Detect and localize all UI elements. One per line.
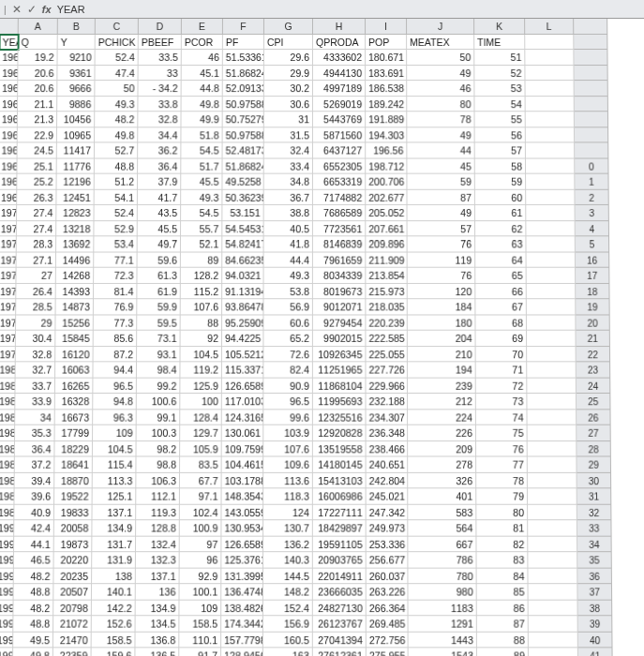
data-cell[interactable]: 62 <box>475 221 526 237</box>
row-header[interactable]: 27 <box>577 425 611 441</box>
row-header[interactable]: 36 <box>577 568 612 584</box>
data-cell[interactable]: 210 <box>408 347 476 363</box>
data-cell[interactable]: 184 <box>408 299 476 315</box>
data-cell[interactable]: 152.4 <box>263 600 313 616</box>
row-header[interactable]: 16 <box>576 252 609 268</box>
data-cell[interactable]: 120 <box>408 283 476 299</box>
data-cell[interactable]: 4944130 <box>313 66 366 82</box>
data-cell[interactable]: 232.188 <box>367 394 409 410</box>
col-header-B[interactable]: B <box>58 19 96 35</box>
col-header-A[interactable]: A <box>19 19 58 35</box>
data-cell[interactable]: 4333602 <box>313 50 366 66</box>
data-cell[interactable]: 60.6 <box>263 315 312 331</box>
data-cell[interactable]: 109 <box>179 600 221 616</box>
data-cell[interactable]: 113.6 <box>263 472 313 488</box>
data-cell[interactable]: 1974 <box>0 268 17 284</box>
data-cell[interactable]: 128.8 <box>136 520 180 536</box>
data-cell[interactable]: 85 <box>477 584 529 600</box>
row-header[interactable]: 22 <box>577 347 610 363</box>
data-cell[interactable]: 32.8 <box>16 347 56 363</box>
data-cell[interactable]: 97 <box>180 536 222 552</box>
data-cell[interactable]: 132.3 <box>136 552 180 568</box>
row-header[interactable]: 32 <box>577 504 612 520</box>
data-cell[interactable]: 42.4 <box>14 520 54 536</box>
data-cell[interactable]: 131.9 <box>92 552 136 568</box>
data-cell[interactable]: 126.6589 <box>221 536 263 552</box>
data-cell[interactable]: 174.3442 <box>221 616 263 632</box>
data-cell[interactable]: 14496 <box>56 252 94 268</box>
data-cell[interactable]: 22359 <box>53 648 92 656</box>
row-header-1[interactable] <box>574 19 607 35</box>
data-cell[interactable]: 117.0103 <box>222 394 264 410</box>
data-cell[interactable]: 97.1 <box>180 488 222 504</box>
data-cell[interactable]: 103.9 <box>263 425 313 441</box>
data-cell[interactable]: 1983 <box>0 410 15 425</box>
data-cell[interactable]: 18429897 <box>313 520 367 536</box>
row-header[interactable]: 29 <box>577 456 611 472</box>
row-header[interactable]: 21 <box>576 331 609 347</box>
data-cell[interactable]: 51.2 <box>95 174 138 190</box>
data-cell[interactable]: 49.3 <box>181 189 222 205</box>
data-cell[interactable]: 272.756 <box>367 632 409 648</box>
data-cell[interactable]: 213.854 <box>366 268 407 284</box>
data-cell[interactable]: 29.6 <box>264 50 313 66</box>
data-cell[interactable]: 93.1 <box>137 347 181 363</box>
data-cell[interactable]: 780 <box>408 568 476 584</box>
col-header-I[interactable]: I <box>366 19 407 35</box>
data-cell[interactable]: 218.035 <box>366 299 407 315</box>
col-header-H[interactable]: H <box>313 19 366 35</box>
data-cell[interactable]: 31 <box>264 112 313 127</box>
data-cell[interactable]: 92 <box>181 331 222 347</box>
data-cell[interactable]: 100 <box>180 394 222 410</box>
data-cell[interactable]: 10965 <box>57 127 95 143</box>
data-cell[interactable]: 54.5 <box>181 205 222 221</box>
data-cell[interactable]: 12823 <box>56 205 94 221</box>
data-cell[interactable]: 1970 <box>0 205 17 221</box>
data-cell[interactable]: 52.48173 <box>223 142 264 158</box>
data-cell[interactable]: 144.5 <box>263 568 313 584</box>
data-cell[interactable]: 24.5 <box>18 142 57 158</box>
data-cell[interactable]: 61 <box>475 205 526 221</box>
data-cell[interactable]: 44.4 <box>264 252 313 268</box>
data-cell[interactable]: 215.973 <box>366 283 407 299</box>
data-cell[interactable]: 12920828 <box>313 425 367 441</box>
data-cell[interactable]: 140.1 <box>92 584 136 600</box>
data-cell[interactable]: 96.5 <box>263 394 313 410</box>
data-cell[interactable]: 58 <box>475 158 526 174</box>
cell-empty[interactable] <box>527 394 577 410</box>
data-cell[interactable]: 77.3 <box>94 315 138 331</box>
data-cell[interactable]: 81.4 <box>94 283 137 299</box>
data-cell[interactable]: 132.4 <box>136 536 180 552</box>
data-cell[interactable]: 20798 <box>53 600 92 616</box>
data-cell[interactable]: 40.5 <box>264 221 313 237</box>
field-header-q[interactable]: Q <box>19 34 58 50</box>
data-cell[interactable]: 51 <box>474 50 525 66</box>
data-cell[interactable]: 15413103 <box>313 472 367 488</box>
data-cell[interactable]: 198.712 <box>366 158 407 174</box>
cell-empty[interactable] <box>528 425 577 441</box>
data-cell[interactable]: 80 <box>476 504 528 520</box>
cell-empty[interactable] <box>527 283 577 299</box>
row-header[interactable] <box>575 81 608 97</box>
data-cell[interactable]: 1980 <box>0 362 16 378</box>
data-cell[interactable]: 9666 <box>57 81 95 97</box>
data-cell[interactable]: 48.8 <box>13 616 53 632</box>
data-cell[interactable]: 1984 <box>0 425 15 441</box>
data-cell[interactable]: 27.4 <box>17 221 56 237</box>
data-cell[interactable]: 180.671 <box>366 50 407 66</box>
data-cell[interactable]: 29.9 <box>264 66 313 82</box>
data-cell[interactable]: 1987 <box>0 472 15 488</box>
data-cell[interactable]: 26.3 <box>17 189 56 205</box>
data-cell[interactable]: 1543 <box>409 648 477 656</box>
data-cell[interactable]: 49.8 <box>95 127 138 143</box>
data-cell[interactable]: 57 <box>475 142 526 158</box>
data-cell[interactable]: 26123767 <box>313 616 367 632</box>
row-header[interactable]: 4 <box>576 221 609 237</box>
cell-empty[interactable] <box>526 127 575 143</box>
data-cell[interactable]: 253.336 <box>367 536 409 552</box>
data-cell[interactable]: 39.4 <box>15 472 55 488</box>
data-cell[interactable]: 55.7 <box>181 221 222 237</box>
data-cell[interactable]: 45.1 <box>182 66 223 82</box>
data-cell[interactable]: 12196 <box>57 174 95 190</box>
data-cell[interactable]: 131.3995 <box>221 568 263 584</box>
